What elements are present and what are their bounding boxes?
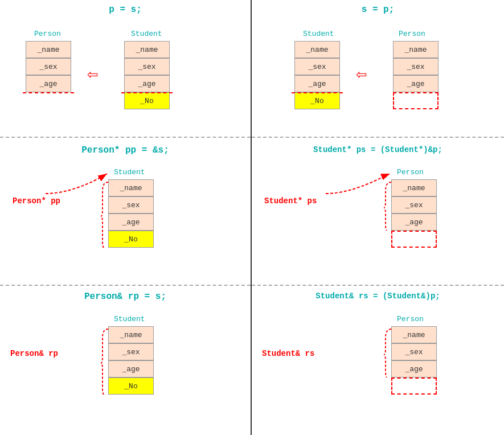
left-s1-s-name: _name: [124, 41, 170, 58]
right-s3-empty: [391, 377, 437, 395]
left-s2-student-label: Student: [114, 168, 145, 177]
left-s3-ref-label: Person& rp: [10, 349, 58, 358]
right-s3-age: _age: [391, 360, 437, 377]
right-s2-brace: [383, 179, 394, 231]
left-s2-age: _age: [108, 214, 154, 231]
right-s3-brace: [383, 326, 394, 377]
right-s1-s-age: _age: [294, 75, 340, 92]
left-s1-arrow: ⇦: [87, 63, 98, 85]
left-s1-person-block: _name _sex _age: [26, 41, 71, 92]
left-s1-student-block: _name _sex _age _No: [124, 41, 170, 109]
main-container: p = s; Person _name _sex _age Student _n…: [0, 0, 504, 435]
left-s1-s-no: _No: [124, 92, 170, 109]
left-s2-student-block: _name _sex _age _No: [108, 179, 154, 248]
left-s1-p-sex: _sex: [26, 58, 71, 75]
right-s2-person-label: Person: [397, 168, 424, 177]
right-s1-student-block: _name _sex _age _No: [294, 41, 340, 109]
right-s2-arrow-svg: [309, 165, 394, 199]
left-s1-red-line2: [121, 92, 173, 93]
left-s3-title: Person& rp = s;: [0, 292, 251, 302]
right-s2-empty: [391, 231, 437, 248]
right-s1-p-empty: [393, 92, 439, 109]
right-s1-s-sex: _sex: [294, 58, 340, 75]
left-s2-title: Person* pp = &s;: [0, 145, 251, 155]
right-s3-title: Student& rs = (Student&)p;: [252, 292, 504, 301]
left-s1-s-age: _age: [124, 75, 170, 92]
left-s2-arrow-svg: [28, 165, 111, 199]
left-s2-no: _No: [108, 231, 154, 248]
left-hdivider1: [0, 137, 251, 138]
right-s1-p-name: _name: [393, 41, 439, 58]
left-s3-student-block: _name _sex _age _No: [108, 326, 154, 395]
right-s3-sex: _sex: [391, 343, 437, 360]
left-panel: p = s; Person _name _sex _age Student _n…: [0, 0, 252, 435]
left-s3-sex: _sex: [108, 343, 154, 360]
right-s2-name: _name: [391, 179, 437, 196]
right-hdivider2: [252, 285, 504, 286]
left-s1-p-name: _name: [26, 41, 71, 58]
left-s1-person-label: Person: [34, 30, 61, 38]
right-s1-s-name: _name: [294, 41, 340, 58]
left-s1-red-line: [23, 92, 74, 93]
right-hdivider1: [252, 137, 504, 138]
right-s2-title: Student* ps = (Student*)&p;: [252, 145, 504, 154]
right-s1-person-block: _name _sex _age: [393, 41, 439, 109]
left-s1-s-sex: _sex: [124, 58, 170, 75]
left-s2-brace: [100, 179, 111, 248]
left-s2-sex: _sex: [108, 196, 154, 214]
left-s3-brace: [100, 326, 111, 395]
right-panel: s = p; Student _name _sex _age _No Perso…: [252, 0, 504, 435]
right-s1-p-age: _age: [393, 75, 439, 92]
right-s3-person-block: _name _sex _age: [391, 326, 437, 395]
right-s1-person-label: Person: [399, 30, 425, 38]
right-s2-sex: _sex: [391, 196, 437, 214]
right-s1-p-sex: _sex: [393, 58, 439, 75]
left-s3-no: _No: [108, 377, 154, 395]
right-s1-student-label: Student: [303, 30, 334, 38]
right-s3-person-label: Person: [397, 315, 424, 323]
left-s3-age: _age: [108, 360, 154, 377]
left-s2-name: _name: [108, 179, 154, 196]
left-s3-student-label: Student: [114, 315, 145, 323]
right-s1-s-no: _No: [294, 92, 340, 109]
right-s1-red-line: [292, 92, 343, 93]
right-s3-name: _name: [391, 326, 437, 343]
right-s1-arrow: ⇦: [356, 63, 367, 85]
left-s3-name: _name: [108, 326, 154, 343]
right-s2-age: _age: [391, 214, 437, 231]
left-s1-title: p = s;: [0, 5, 251, 15]
right-s2-person-block: _name _sex _age: [391, 179, 437, 248]
left-s1-p-age: _age: [26, 75, 71, 92]
right-s1-title: s = p;: [252, 5, 504, 15]
left-hdivider2: [0, 285, 251, 286]
left-s1-student-label: Student: [131, 30, 162, 38]
right-s3-ref-label: Student& rs: [262, 349, 314, 358]
